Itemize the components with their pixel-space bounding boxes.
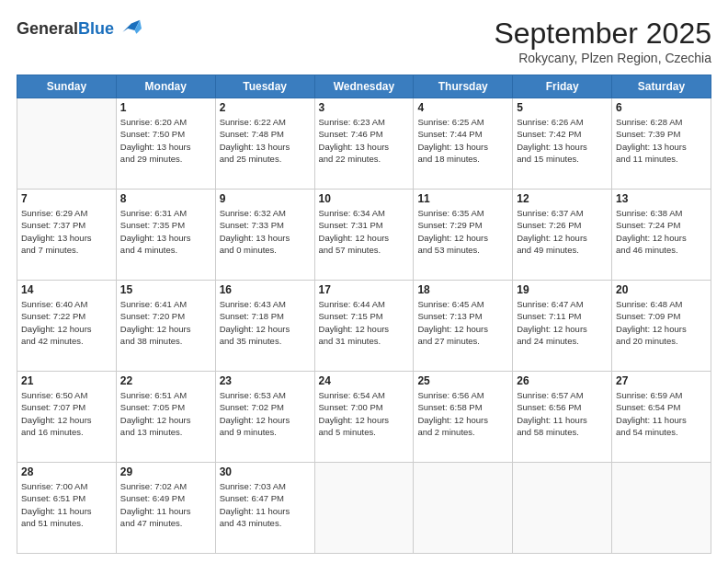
calendar-day-cell: 10Sunrise: 6:34 AM Sunset: 7:31 PM Dayli…	[314, 190, 414, 281]
calendar-day-cell	[17, 98, 117, 190]
calendar-day-cell: 28Sunrise: 7:00 AM Sunset: 6:51 PM Dayli…	[17, 463, 117, 554]
calendar-day-cell: 25Sunrise: 6:56 AM Sunset: 6:58 PM Dayli…	[414, 372, 513, 463]
day-number: 18	[417, 283, 508, 296]
day-info: Sunrise: 6:44 AM Sunset: 7:15 PM Dayligh…	[319, 298, 410, 347]
day-number: 17	[319, 283, 410, 296]
calendar-day-cell: 27Sunrise: 6:59 AM Sunset: 6:54 PM Dayli…	[612, 372, 711, 463]
day-number: 12	[517, 192, 608, 205]
calendar-day-cell: 5Sunrise: 6:26 AM Sunset: 7:42 PM Daylig…	[513, 98, 612, 190]
day-info: Sunrise: 6:38 AM Sunset: 7:24 PM Dayligh…	[616, 207, 707, 256]
day-info: Sunrise: 6:53 AM Sunset: 7:02 PM Dayligh…	[220, 389, 311, 438]
day-of-week-header: Tuesday	[215, 75, 314, 98]
day-info: Sunrise: 6:29 AM Sunset: 7:37 PM Dayligh…	[21, 207, 112, 256]
logo-blue-text: Blue	[78, 19, 114, 38]
day-of-week-header: Wednesday	[314, 75, 414, 98]
calendar-day-cell: 18Sunrise: 6:45 AM Sunset: 7:13 PM Dayli…	[414, 281, 513, 372]
logo-general-text: General	[17, 19, 78, 38]
day-of-week-header: Saturday	[612, 75, 711, 98]
day-number: 15	[120, 283, 211, 296]
calendar-week-row: 21Sunrise: 6:50 AM Sunset: 7:07 PM Dayli…	[17, 372, 711, 463]
calendar-day-cell	[513, 463, 612, 554]
calendar-day-cell: 30Sunrise: 7:03 AM Sunset: 6:47 PM Dayli…	[215, 463, 314, 554]
day-info: Sunrise: 7:02 AM Sunset: 6:49 PM Dayligh…	[120, 480, 211, 529]
day-info: Sunrise: 6:31 AM Sunset: 7:35 PM Dayligh…	[120, 207, 211, 256]
calendar-week-row: 7Sunrise: 6:29 AM Sunset: 7:37 PM Daylig…	[17, 190, 711, 281]
calendar-day-cell: 26Sunrise: 6:57 AM Sunset: 6:56 PM Dayli…	[513, 372, 612, 463]
calendar-day-cell: 15Sunrise: 6:41 AM Sunset: 7:20 PM Dayli…	[116, 281, 215, 372]
calendar-day-cell: 6Sunrise: 6:28 AM Sunset: 7:39 PM Daylig…	[612, 98, 711, 190]
day-info: Sunrise: 6:40 AM Sunset: 7:22 PM Dayligh…	[21, 298, 112, 347]
day-info: Sunrise: 6:45 AM Sunset: 7:13 PM Dayligh…	[417, 298, 508, 347]
day-number: 20	[616, 283, 707, 296]
calendar-day-cell: 7Sunrise: 6:29 AM Sunset: 7:37 PM Daylig…	[17, 190, 117, 281]
day-info: Sunrise: 6:34 AM Sunset: 7:31 PM Dayligh…	[319, 207, 410, 256]
day-info: Sunrise: 6:54 AM Sunset: 7:00 PM Dayligh…	[319, 389, 410, 438]
day-info: Sunrise: 6:26 AM Sunset: 7:42 PM Dayligh…	[517, 116, 608, 165]
day-number: 3	[319, 101, 410, 114]
day-info: Sunrise: 6:22 AM Sunset: 7:48 PM Dayligh…	[220, 116, 311, 165]
calendar-day-cell	[314, 463, 414, 554]
day-info: Sunrise: 6:37 AM Sunset: 7:26 PM Dayligh…	[517, 207, 608, 256]
day-number: 22	[120, 374, 211, 387]
day-info: Sunrise: 6:41 AM Sunset: 7:20 PM Dayligh…	[120, 298, 211, 347]
calendar-day-cell: 19Sunrise: 6:47 AM Sunset: 7:11 PM Dayli…	[513, 281, 612, 372]
day-of-week-header: Thursday	[414, 75, 513, 98]
calendar-day-cell: 14Sunrise: 6:40 AM Sunset: 7:22 PM Dayli…	[17, 281, 117, 372]
day-info: Sunrise: 6:28 AM Sunset: 7:39 PM Dayligh…	[616, 116, 707, 165]
calendar-day-cell: 17Sunrise: 6:44 AM Sunset: 7:15 PM Dayli…	[314, 281, 414, 372]
day-number: 28	[21, 465, 112, 478]
header: GeneralBlue September 2025 Rokycany, Plz…	[17, 17, 711, 65]
calendar-day-cell: 21Sunrise: 6:50 AM Sunset: 7:07 PM Dayli…	[17, 372, 117, 463]
day-info: Sunrise: 6:35 AM Sunset: 7:29 PM Dayligh…	[417, 207, 508, 256]
calendar-table: SundayMondayTuesdayWednesdayThursdayFrid…	[17, 75, 711, 554]
calendar-day-cell: 3Sunrise: 6:23 AM Sunset: 7:46 PM Daylig…	[314, 98, 414, 190]
day-of-week-header: Friday	[513, 75, 612, 98]
day-number: 5	[517, 101, 608, 114]
calendar-day-cell: 22Sunrise: 6:51 AM Sunset: 7:05 PM Dayli…	[116, 372, 215, 463]
day-of-week-header: Monday	[116, 75, 215, 98]
calendar-day-cell: 2Sunrise: 6:22 AM Sunset: 7:48 PM Daylig…	[215, 98, 314, 190]
calendar-day-cell: 29Sunrise: 7:02 AM Sunset: 6:49 PM Dayli…	[116, 463, 215, 554]
day-number: 19	[517, 283, 608, 296]
calendar-week-row: 14Sunrise: 6:40 AM Sunset: 7:22 PM Dayli…	[17, 281, 711, 372]
calendar-day-cell: 1Sunrise: 6:20 AM Sunset: 7:50 PM Daylig…	[116, 98, 215, 190]
day-number: 8	[120, 192, 211, 205]
day-number: 27	[616, 374, 707, 387]
day-info: Sunrise: 6:50 AM Sunset: 7:07 PM Dayligh…	[21, 389, 112, 438]
day-number: 24	[319, 374, 410, 387]
calendar-day-cell: 11Sunrise: 6:35 AM Sunset: 7:29 PM Dayli…	[414, 190, 513, 281]
day-number: 10	[319, 192, 410, 205]
day-info: Sunrise: 6:57 AM Sunset: 6:56 PM Dayligh…	[517, 389, 608, 438]
day-info: Sunrise: 6:59 AM Sunset: 6:54 PM Dayligh…	[616, 389, 707, 438]
day-info: Sunrise: 6:56 AM Sunset: 6:58 PM Dayligh…	[417, 389, 508, 438]
day-info: Sunrise: 6:48 AM Sunset: 7:09 PM Dayligh…	[616, 298, 707, 347]
day-number: 23	[220, 374, 311, 387]
day-info: Sunrise: 6:20 AM Sunset: 7:50 PM Dayligh…	[120, 116, 211, 165]
day-number: 7	[21, 192, 112, 205]
calendar-day-cell: 16Sunrise: 6:43 AM Sunset: 7:18 PM Dayli…	[215, 281, 314, 372]
day-of-week-header: Sunday	[17, 75, 117, 98]
day-number: 16	[220, 283, 311, 296]
location-subtitle: Rokycany, Plzen Region, Czechia	[494, 51, 711, 65]
calendar-day-cell: 24Sunrise: 6:54 AM Sunset: 7:00 PM Dayli…	[314, 372, 414, 463]
day-info: Sunrise: 6:47 AM Sunset: 7:11 PM Dayligh…	[517, 298, 608, 347]
calendar-week-row: 28Sunrise: 7:00 AM Sunset: 6:51 PM Dayli…	[17, 463, 711, 554]
day-info: Sunrise: 6:32 AM Sunset: 7:33 PM Dayligh…	[220, 207, 311, 256]
day-number: 13	[616, 192, 707, 205]
calendar-day-cell	[612, 463, 711, 554]
title-block: September 2025 Rokycany, Plzen Region, C…	[494, 17, 711, 65]
calendar-day-cell	[414, 463, 513, 554]
day-number: 29	[120, 465, 211, 478]
day-number: 26	[517, 374, 608, 387]
day-number: 6	[616, 101, 707, 114]
calendar-day-cell: 23Sunrise: 6:53 AM Sunset: 7:02 PM Dayli…	[215, 372, 314, 463]
day-number: 9	[220, 192, 311, 205]
day-number: 4	[417, 101, 508, 114]
day-info: Sunrise: 6:25 AM Sunset: 7:44 PM Dayligh…	[417, 116, 508, 165]
calendar-day-cell: 4Sunrise: 6:25 AM Sunset: 7:44 PM Daylig…	[414, 98, 513, 190]
day-number: 14	[21, 283, 112, 296]
month-title: September 2025	[494, 17, 711, 51]
day-info: Sunrise: 7:00 AM Sunset: 6:51 PM Dayligh…	[21, 480, 112, 529]
day-number: 1	[120, 101, 211, 114]
calendar-day-cell: 9Sunrise: 6:32 AM Sunset: 7:33 PM Daylig…	[215, 190, 314, 281]
